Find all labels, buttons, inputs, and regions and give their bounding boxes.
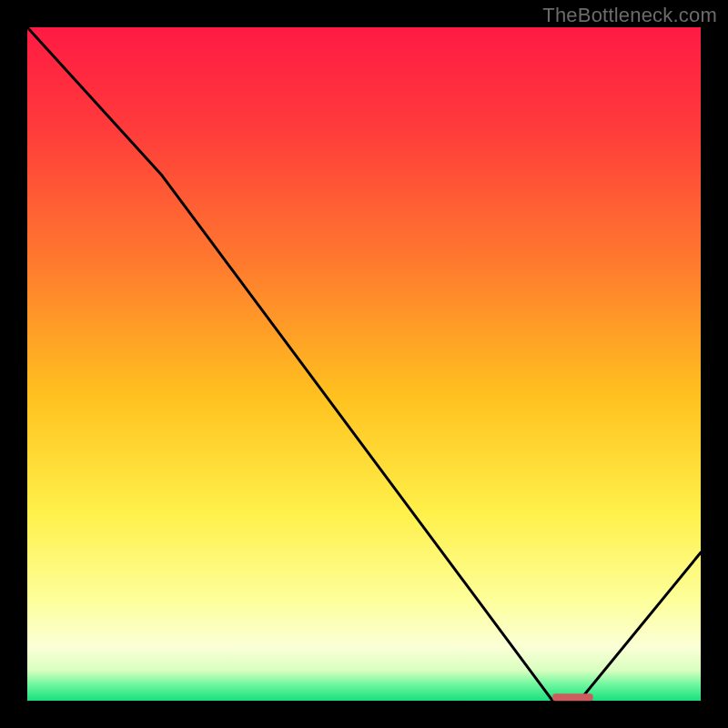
chart-frame: { "watermark": "TheBottleneck.com", "col… (0, 0, 728, 728)
bottleneck-chart (0, 0, 728, 728)
watermark-text: TheBottleneck.com (542, 4, 717, 27)
optimum-marker (552, 693, 592, 701)
plot-background (27, 27, 701, 701)
